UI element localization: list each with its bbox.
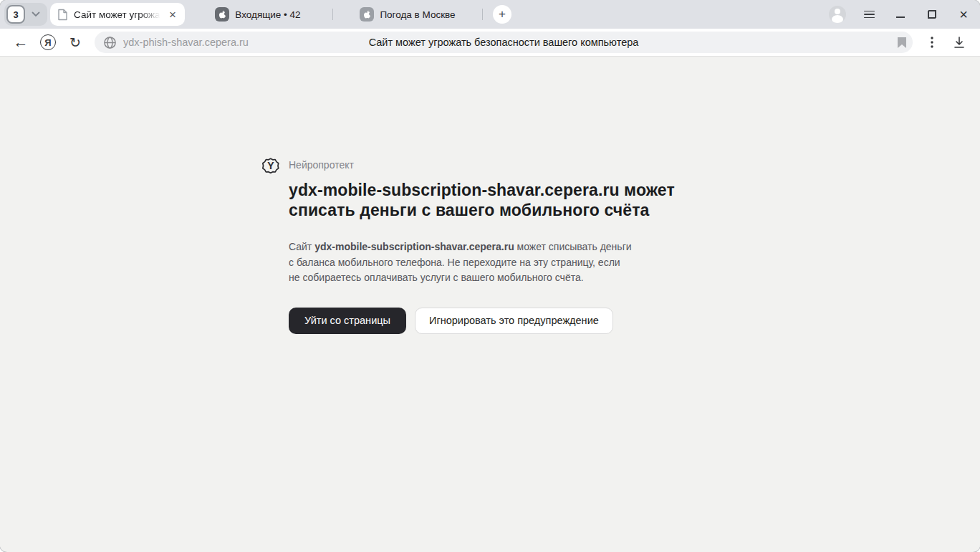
download-icon (953, 37, 965, 49)
close-tab-icon[interactable]: × (168, 9, 178, 21)
browser-toolbar: ← Я ↻ ydx-phish-shavar.cepera.ru Сайт мо… (0, 29, 980, 57)
refresh-icon: ↻ (69, 34, 81, 51)
ignore-warning-button[interactable]: Игнорировать это предупреждение (415, 308, 613, 334)
chevron-down-icon[interactable] (27, 5, 45, 24)
protect-shield-icon: Y (262, 157, 279, 175)
restore-icon (928, 10, 936, 19)
tab-weather[interactable]: Погода в Москве (337, 3, 478, 26)
tab-counter-button[interactable]: 3 (4, 3, 47, 26)
address-bar[interactable]: ydx-phish-shavar.cepera.ru Сайт может уг… (95, 32, 913, 53)
refresh-button[interactable]: ↻ (62, 32, 89, 53)
new-tab-button[interactable]: + (493, 5, 511, 24)
hamburger-icon (864, 11, 875, 19)
tab-title: Погода в Москве (380, 9, 455, 20)
warning-actions: Уйти со страницы Игнорировать это предуп… (289, 308, 697, 334)
window-controls: × (825, 4, 976, 25)
bookmark-icon (897, 37, 907, 49)
back-arrow-icon: ← (14, 34, 29, 51)
tab-inbox[interactable]: Входящие • 42 (188, 3, 328, 26)
tab-count-badge: 3 (6, 5, 25, 24)
downloads-button[interactable] (946, 32, 973, 53)
tab-title: Входящие • 42 (235, 9, 300, 20)
kebab-menu-icon (931, 37, 933, 48)
back-button[interactable]: ← (7, 32, 34, 53)
tab-separator (332, 9, 333, 20)
url-text: ydx-phish-shavar.cepera.ru (123, 37, 249, 48)
tab-separator (482, 9, 483, 20)
browser-menu-button[interactable] (857, 4, 881, 25)
tab-title: Сайт может угрожать (74, 9, 162, 20)
globe-icon (103, 36, 117, 49)
profile-avatar[interactable] (825, 4, 850, 25)
browser-window: 3 Сайт может угрожать × Входящие • 42 По… (0, 0, 980, 552)
apple-mail-favicon (215, 7, 229, 22)
document-icon (57, 9, 68, 21)
user-icon (829, 6, 846, 23)
close-window-button[interactable]: × (951, 4, 976, 25)
bookmark-button[interactable] (897, 37, 907, 49)
warning-description: Сайт ydx-mobile-subscription-shavar.cepe… (289, 239, 634, 286)
extensions-menu-button[interactable] (918, 32, 946, 53)
yandex-logo-icon: Я (40, 34, 56, 50)
yandex-home-button[interactable]: Я (34, 32, 62, 53)
security-warning-block: Y Нейропротект ydx-mobile-subscription-s… (0, 57, 980, 334)
close-icon: × (959, 7, 968, 22)
page-content: Y Нейропротект ydx-mobile-subscription-s… (0, 57, 980, 551)
dangerous-domain: ydx-mobile-subscription-shavar.cepera.ru (314, 241, 514, 252)
svg-text:Y: Y (267, 160, 274, 171)
restore-button[interactable] (920, 4, 944, 25)
tab-strip: 3 Сайт может угрожать × Входящие • 42 По… (0, 0, 980, 29)
protect-brand-label: Нейропротект (289, 156, 697, 171)
minimize-icon (896, 16, 905, 18)
leave-page-button[interactable]: Уйти со страницы (289, 308, 406, 334)
warning-heading: ydx-mobile-subscription-shavar.cepera.ru… (289, 180, 697, 220)
tab-warning-page[interactable]: Сайт может угрожать × (50, 3, 185, 26)
minimize-button[interactable] (888, 4, 913, 25)
apple-weather-favicon (360, 7, 374, 22)
